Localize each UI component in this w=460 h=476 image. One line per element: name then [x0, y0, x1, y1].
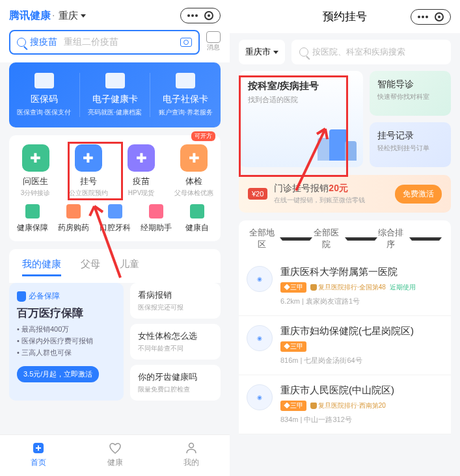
caret-down-icon [409, 237, 442, 241]
card-title: 医保码 [9, 94, 79, 105]
message-icon [206, 31, 221, 43]
activate-button[interactable]: 3.5元/月起，立即激活 [17, 366, 99, 382]
tip-title: 看病报销 [138, 289, 213, 301]
trophy-icon [310, 284, 317, 291]
annotation-arrow-left [85, 196, 124, 281]
hospital-item[interactable]: ◉重庆市妇幼保健院(七星岗院区)◆三甲816m | 七星岗金汤街64号 [239, 316, 451, 375]
hospital-logo: ◉ [247, 384, 273, 410]
service-icon [25, 204, 40, 218]
nav-me[interactable]: 我的 [153, 440, 230, 468]
more-icon [187, 14, 198, 17]
filter-sort[interactable]: 综合排序 [377, 227, 442, 250]
tip-sub: 不同年龄查不同 [138, 344, 213, 353]
dot-sep: · [52, 10, 55, 21]
caret-down-icon [81, 14, 86, 18]
annotation-arrow-right [290, 116, 335, 194]
service-icon [190, 204, 204, 218]
hospital-name: 重庆市人民医院(中山院区) [280, 384, 443, 397]
tip-reimburse[interactable]: 看病报销医保报完还可报 [130, 283, 221, 319]
nav-label: 健康 [107, 458, 123, 467]
city-selector[interactable]: 重庆 [59, 10, 86, 22]
search-input[interactable]: 搜疫苗 重组二价疫苗 [9, 30, 200, 55]
tip-checkup[interactable]: 女性体检怎么选不同年龄查不同 [130, 324, 221, 360]
hospital-name: 重庆医科大学附属第一医院 [280, 266, 443, 278]
user-icon [183, 440, 199, 456]
nav-home[interactable]: 首页 [0, 440, 77, 468]
grid-title: 经期助手 [135, 222, 176, 233]
search-icon [299, 47, 308, 57]
service-icon: ✚ [22, 144, 49, 172]
grid-title: 问医生 [9, 176, 62, 187]
card-sub: 亮码就医·健康档案 [80, 108, 150, 117]
feat-title: 挂号记录 [377, 130, 443, 142]
tab-my-health[interactable]: 我的健康 [22, 258, 61, 276]
feat-title: 智能导诊 [377, 79, 443, 90]
shield-icon [17, 291, 26, 302]
svg-point-1 [189, 443, 194, 448]
grid-title: 健康自 [177, 222, 218, 233]
rank-tag: 复旦医院排行·全国第48 [310, 283, 386, 292]
insurance-line: 最高报销400万 [17, 324, 116, 334]
grid-small-4[interactable]: 健康自 [177, 204, 218, 235]
level-tag: ◆三甲 [280, 282, 306, 293]
highlight-box-left [68, 142, 123, 200]
city-selector[interactable]: 重庆市 [239, 40, 285, 64]
required-badge: 必备保障 [17, 291, 116, 302]
grid-sub: 父母体检优惠 [168, 189, 221, 198]
grid-item-0[interactable]: ✚问医生3分钟接诊 [9, 144, 62, 198]
search-placeholder: 按医院、科室和疾病搜索 [312, 46, 405, 58]
service-icon: ✚ [128, 144, 155, 172]
messages-button[interactable]: 消息 [206, 30, 221, 55]
hospital-addr: 816m | 七星岗金汤街64号 [280, 356, 443, 365]
messages-label: 消息 [207, 44, 220, 51]
filter-bar: 全部地区 全部医院 综合排序 [239, 220, 451, 257]
tip-sub: 医保报完还可报 [138, 303, 213, 312]
insurance-title: 百万医疗保障 [17, 306, 116, 321]
more-icon [418, 16, 428, 18]
city-label: 重庆市 [245, 46, 271, 58]
hospital-item[interactable]: ◉重庆市人民医院(中山院区)◆三甲复旦医院排行·西南第20834m | 中山一路… [239, 375, 451, 434]
hospital-logo: ◉ [247, 266, 273, 292]
filter-region[interactable]: 全部地区 [248, 227, 312, 250]
activate-button[interactable]: 免费激活 [395, 185, 442, 204]
hospital-logo: ◉ [247, 325, 273, 351]
hospital-item[interactable]: ◉重庆医科大学附属第一医院◆三甲复旦医院排行·全国第48近期使用6.2km | … [239, 257, 451, 316]
records-card[interactable]: 挂号记录轻松找到挂号订单 [370, 122, 451, 167]
qr-icon [34, 73, 54, 88]
badge-prescribe: 可开方 [191, 131, 215, 141]
tip-title: 女性体检怎么选 [138, 330, 213, 342]
hospital-name: 重庆市妇幼保健院(七星岗院区) [280, 325, 443, 337]
grid-item-3[interactable]: ✚体检父母体检优惠 [168, 144, 221, 198]
tip-dental[interactable]: 你的牙齿健康吗限量免费口腔检查 [130, 365, 221, 401]
service-icon: ✚ [180, 144, 208, 172]
banner-sub: 在线一键报销，到账至微信零钱 [274, 196, 395, 205]
card-social-card[interactable]: 电子社保卡账户查询·养老服务 [150, 73, 221, 117]
caret-down-icon [273, 51, 278, 54]
search-input[interactable]: 按医院、科室和疾病搜索 [291, 40, 451, 64]
caret-down-icon [280, 237, 312, 241]
promo-banner[interactable]: ¥20 门诊挂号报销20元 在线一键报销，到账至微信零钱 免费激活 [239, 175, 451, 213]
camera-icon[interactable] [180, 38, 192, 47]
feat-sub: 轻松找到挂号订单 [377, 144, 443, 153]
tip-title: 你的牙齿健康吗 [138, 371, 213, 383]
brand: 腾讯健康 [9, 9, 51, 23]
target-icon [204, 11, 213, 20]
card-sub: 账户查询·养老服务 [150, 108, 221, 117]
card-title: 电子社保卡 [150, 94, 221, 105]
service-icon [149, 204, 163, 218]
caret-down-icon [345, 237, 377, 241]
filter-hospital[interactable]: 全部医院 [312, 227, 377, 250]
miniprogram-menu[interactable] [411, 9, 451, 25]
insurance-card[interactable]: 必备保障 百万医疗保障 最高报销400万 医保内外医疗费可报销 三高人群也可保 … [9, 283, 124, 401]
grid-small-3[interactable]: 经期助手 [135, 204, 176, 235]
insurance-line: 医保内外医疗费可报销 [17, 336, 116, 346]
tip-sub: 限量免费口腔检查 [138, 385, 213, 394]
grid-small-0[interactable]: 健康保障 [12, 204, 53, 235]
nav-health[interactable]: 健康 [77, 440, 154, 468]
card-health-card[interactable]: 电子健康卡亮码就医·健康档案 [80, 73, 151, 117]
smart-triage-card[interactable]: 智能导诊快速帮你找对科室 [370, 71, 451, 116]
search-icon [17, 38, 26, 47]
hospital-addr: 834m | 中山一路312号 [280, 415, 443, 425]
miniprogram-menu[interactable] [180, 8, 221, 23]
card-medical-code[interactable]: 医保码医保查询·医保支付 [9, 73, 80, 117]
